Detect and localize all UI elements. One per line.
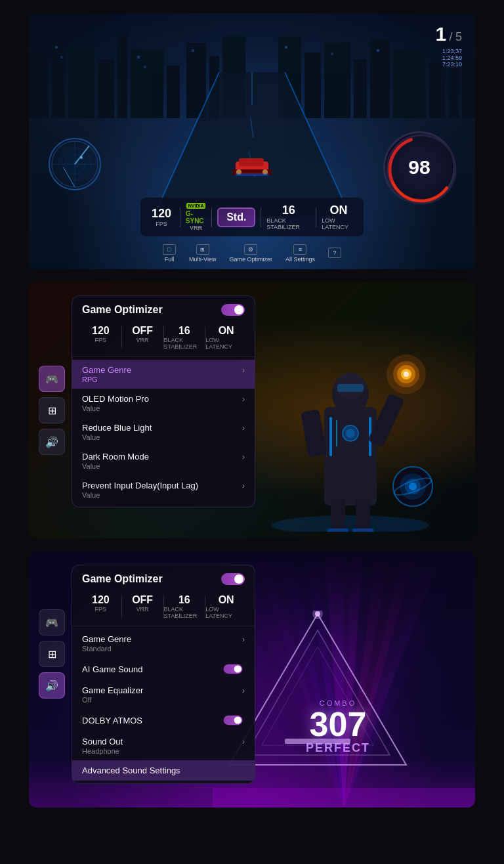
menu3-game-genre[interactable]: Game Genre › Standard	[72, 629, 255, 658]
stat3-fps: 120 FPS	[80, 594, 121, 619]
sidebar-sound-btn-p3[interactable]: 🔊	[39, 672, 65, 699]
svg-rect-2	[68, 46, 94, 118]
optimizer-toggle[interactable]	[221, 304, 245, 316]
menu3-dolby-atmos[interactable]: DOLBY ATMOS	[72, 709, 255, 731]
optimizer3-toggle[interactable]	[221, 573, 245, 585]
hud-low-latency: ON Low Latency	[322, 204, 356, 230]
hud-divider-4	[316, 207, 316, 227]
dolby-toggle[interactable]	[224, 716, 243, 725]
hud-mode-badge: Std.	[217, 207, 255, 227]
all-settings-icon[interactable]: ≡ All Settings	[285, 244, 315, 263]
multi-view-icon[interactable]: ⊞ Multi-View	[189, 244, 216, 263]
speed-value: 98	[408, 156, 430, 179]
svg-rect-3	[98, 59, 114, 118]
game-optimizer-icon[interactable]: ⚙ Game Optimizer	[229, 244, 272, 263]
stat3-black-stab: 16 Black Stabilizer	[164, 594, 205, 619]
svg-rect-58	[337, 384, 364, 392]
optimizer3-stats-row: 120 FPS OFF VRR 16 Black Stabilizer ON L…	[72, 590, 255, 626]
score-number: 307	[306, 707, 370, 741]
sidebar-grid-btn[interactable]: ⊞	[39, 397, 65, 423]
optimizer-title: Game Optimizer	[82, 304, 163, 316]
svg-rect-10	[55, 46, 58, 49]
optimizer3-menu: Game Genre › Standard AI Game Sound Game…	[72, 626, 255, 783]
menu-item-oled-motion[interactable]: OLED Motion Pro › Value	[72, 389, 255, 418]
svg-rect-23	[462, 56, 475, 118]
svg-rect-24	[285, 46, 287, 49]
screen-size-icon[interactable]: □ Full	[163, 244, 176, 263]
scifi-orb	[390, 464, 436, 512]
lap-times: 1:23:37 1:24:59 7:23:10	[435, 48, 462, 68]
stat-vrr: OFF VRR	[122, 325, 163, 350]
svg-point-71	[346, 429, 355, 438]
svg-point-75	[409, 483, 417, 490]
svg-point-47	[80, 156, 83, 159]
svg-rect-11	[60, 56, 63, 58]
panel-racing: 98 1 / 5 1:23:37 1:24:59 7:23:10 120 FPS…	[29, 13, 475, 269]
panel2-sidebar: 🎮 ⊞ 🔊	[39, 366, 65, 455]
radar-display	[49, 138, 101, 190]
score-display: COMBO 307 PERFECT	[306, 699, 370, 755]
stat3-low-latency: ON Low Latency	[205, 594, 247, 619]
bottom-icons-bar: □ Full ⊞ Multi-View ⚙ Game Optimizer ≡ A…	[163, 244, 341, 263]
svg-point-92	[312, 611, 323, 619]
race-pos-slash: /	[450, 30, 453, 43]
svg-rect-67	[356, 499, 370, 532]
svg-rect-36	[239, 158, 264, 166]
svg-line-46	[75, 146, 89, 164]
optimizer3-header: Game Optimizer	[72, 565, 255, 590]
sidebar-gamepad-btn-p3[interactable]: 🎮	[39, 609, 65, 636]
svg-rect-1	[52, 39, 65, 118]
ai-sound-toggle[interactable]	[224, 664, 243, 674]
hud-status-bar: 120 FPS NVIDIA G-SYNC VRR Std. 16 Black …	[140, 198, 364, 236]
road	[154, 72, 350, 217]
panel3-optimizer: Game Optimizer 120 FPS OFF VRR 16 Black …	[72, 565, 255, 784]
panel-music: COMBO 307 PERFECT 🎮 ⊞ 🔊 Game Optimizer 1…	[29, 551, 475, 808]
sidebar-grid-btn-p3[interactable]: ⊞	[39, 641, 65, 667]
optimizer-header: Game Optimizer	[72, 296, 255, 321]
hud-divider-3	[261, 207, 261, 227]
menu3-sound-out[interactable]: Sound Out › Headphone	[72, 731, 255, 760]
svg-rect-59	[301, 409, 327, 458]
race-pos-number: 1	[435, 23, 446, 45]
menu-item-game-genre[interactable]: Game Genre › RPG	[72, 360, 255, 389]
sidebar-sound-btn[interactable]: 🔊	[39, 429, 65, 455]
perfect-label: PERFECT	[306, 741, 370, 755]
speedometer-display: 98	[383, 131, 455, 204]
svg-rect-12	[137, 56, 140, 58]
menu-item-reduce-blue-light[interactable]: Reduce Blue Light › Value	[72, 418, 255, 446]
menu-item-prevent-input-delay[interactable]: Prevent Input Delay(Input Lag) › Value	[72, 475, 255, 504]
svg-rect-69	[352, 529, 373, 532]
hud-fps: 120 FPS	[148, 207, 175, 227]
help-icon[interactable]: ?	[328, 248, 341, 259]
panel2-optimizer: Game Optimizer 120 FPS OFF VRR 16 Black …	[72, 295, 255, 508]
stat-fps: 120 FPS	[80, 325, 121, 350]
menu3-ai-game-sound[interactable]: AI Game Sound	[72, 658, 255, 680]
svg-rect-25	[331, 53, 333, 55]
svg-rect-0	[29, 53, 49, 118]
race-position-display: 1 / 5 1:23:37 1:24:59 7:23:10	[435, 23, 462, 68]
svg-rect-54	[336, 420, 337, 446]
svg-rect-66	[331, 499, 345, 532]
svg-rect-53	[329, 417, 332, 456]
stat-low-latency: ON Low Latency	[205, 325, 247, 350]
svg-rect-68	[327, 529, 348, 532]
svg-rect-18	[354, 59, 367, 118]
svg-point-65	[387, 355, 426, 394]
svg-rect-21	[429, 62, 446, 118]
stat-black-stab: 16 Black Stabilizer	[164, 325, 205, 350]
race-pos-total: 5	[455, 30, 462, 43]
sidebar-gamepad-btn[interactable]: 🎮	[39, 366, 65, 392]
panel-scifi: 🎮 ⊞ 🔊 Game Optimizer 120 FPS OFF VRR 16 …	[29, 282, 475, 538]
svg-rect-4	[117, 33, 127, 118]
svg-rect-26	[377, 49, 379, 52]
svg-rect-19	[370, 39, 390, 118]
svg-rect-20	[393, 49, 426, 118]
hud-gsync: NVIDIA G-SYNC VRR	[186, 203, 207, 231]
svg-point-51	[272, 515, 429, 532]
stat3-vrr: OFF VRR	[122, 594, 163, 619]
optimizer3-title: Game Optimizer	[82, 573, 163, 585]
menu-item-dark-room-mode[interactable]: Dark Room Mode › Value	[72, 446, 255, 475]
menu3-advanced-sound[interactable]: Advanced Sound Settings	[72, 760, 255, 781]
optimizer-stats-row: 120 FPS OFF VRR 16 Black Stabilizer ON L…	[72, 321, 255, 357]
menu3-game-eq[interactable]: Game Equalizer › Off	[72, 680, 255, 709]
